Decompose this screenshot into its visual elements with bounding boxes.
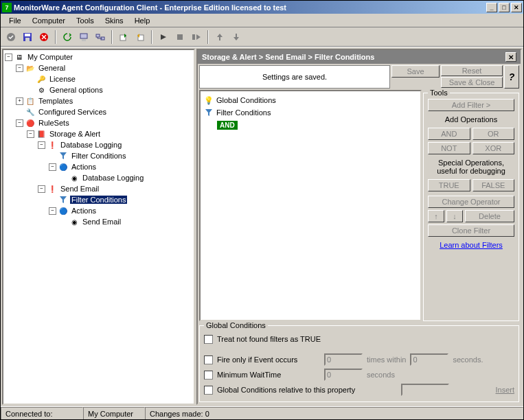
expand-icon[interactable]: − [16,65,23,72]
move-down-button[interactable]: ↓ [446,210,463,222]
minimize-button[interactable]: _ [486,3,497,12]
fire-only-checkbox[interactable] [204,355,213,364]
true-button[interactable]: TRUE [428,179,470,191]
menubar: File Computer Tools Skins Help [1,14,523,27]
help-button[interactable]: ? [504,65,519,89]
fire-only-label: Fire only if Event occurs [217,355,320,364]
tree-configured-services[interactable]: Configured Services [37,108,108,116]
menu-help[interactable]: Help [129,15,156,26]
restart-icon[interactable] [189,30,204,45]
ft-filter[interactable]: Filter Conditions [216,108,271,117]
clone-filter-button[interactable]: Clone Filter [428,224,514,237]
expand-icon[interactable]: − [38,141,45,149]
tree-actions[interactable]: Actions [70,207,98,215]
tree-general-options[interactable]: General options [48,86,104,94]
tree-general[interactable]: General [37,64,67,72]
statusbar: Connected to: My Computer Changes made: … [1,406,523,420]
change-operator-button[interactable]: Change Operator [428,196,514,208]
seconds2-label: seconds [367,371,395,379]
tree-filter-conditions[interactable]: Filter Conditions [70,152,127,160]
panel-close-button[interactable]: ✕ [505,52,516,62]
menu-tools[interactable]: Tools [71,15,100,26]
db-icon: ◉ [69,173,79,183]
insert-button[interactable]: Insert [495,386,514,394]
tree-database-logging[interactable]: Database Logging [59,141,123,149]
and-button[interactable]: AND [428,128,470,140]
network-icon[interactable] [93,30,108,45]
tree-rulesets[interactable]: RuleSets [37,119,71,127]
stop-icon[interactable] [172,30,187,45]
maximize-button[interactable]: □ [499,3,510,12]
false-button[interactable]: FALSE [472,179,515,191]
fire-count-input[interactable] [324,353,363,366]
tree-send-email[interactable]: Send Email [59,185,100,193]
and-badge[interactable]: AND [217,121,238,130]
expand-icon[interactable]: − [27,130,34,138]
bulb-icon: 💡 [203,95,214,106]
export-icon[interactable] [116,30,131,45]
reset-button[interactable]: Reset [441,65,503,76]
fire-seconds-input[interactable] [410,353,448,366]
save-close-button[interactable]: Save & Close [441,77,503,88]
delete-button[interactable]: Delete [465,210,514,222]
reload-icon[interactable] [60,30,75,45]
relative-label: Global Conditions relative to this prope… [217,386,355,394]
svg-rect-5 [80,34,87,38]
treat-true-label: Treat not found filters as TRUE [217,335,321,343]
treat-true-checkbox[interactable] [204,335,213,344]
menu-skins[interactable]: Skins [100,15,129,26]
global-conditions-box: Global Conditions Treat not found filter… [199,325,519,402]
or-button[interactable]: OR [472,128,515,140]
menu-computer[interactable]: Computer [27,15,71,26]
status-computer: My Computer [83,407,145,420]
expand-icon[interactable]: − [16,119,23,127]
svg-rect-12 [192,34,195,40]
relative-checkbox[interactable] [204,386,213,395]
move-up-button[interactable]: ↑ [428,210,444,222]
tree-panel[interactable]: −🖥My Computer −📂General 🔑License ⚙Genera… [2,49,195,405]
up-icon[interactable] [212,30,227,45]
tree-storage-alert[interactable]: Storage & Alert [48,130,102,138]
down-icon[interactable] [229,30,244,45]
menu-file[interactable]: File [3,15,27,26]
app-icon: 7 [2,3,12,12]
expand-icon[interactable]: − [38,185,45,193]
learn-link[interactable]: Learn about Filters [428,241,514,249]
titlebar: 7 MonitorWare Agent Configuration Client… [1,1,523,14]
not-button[interactable]: NOT [428,142,470,154]
save-icon[interactable] [20,30,35,45]
tree-filter-conditions-selected[interactable]: Filter Conditions [70,196,127,204]
expand-icon[interactable]: − [49,207,56,215]
tree-db-logging[interactable]: Database Logging [81,174,145,182]
seconds-label: seconds. [453,355,483,364]
ft-global[interactable]: Global Conditions [216,96,276,104]
filter-tree[interactable]: 💡Global Conditions Filter Conditions AND [199,90,422,321]
tree-license[interactable]: License [48,75,77,83]
svg-rect-3 [25,38,30,41]
key-icon: 🔑 [36,74,46,84]
tree-root[interactable]: My Computer [26,53,74,61]
xor-button[interactable]: XOR [472,142,515,154]
play-icon[interactable] [156,30,171,45]
min-wait-input[interactable] [324,369,363,381]
breadcrumb-text: Storage & Alert > Send Email > Filter Co… [202,53,374,61]
confirm-icon[interactable] [3,30,19,45]
min-wait-checkbox[interactable] [204,371,213,380]
import-icon[interactable] [133,30,148,45]
status-connected: Connected to: [1,407,83,420]
tree-send-email-action[interactable]: Send Email [81,218,122,226]
computer-icon[interactable] [76,30,91,45]
expand-icon[interactable]: + [16,97,23,105]
expand-icon[interactable]: − [49,163,56,171]
cancel-icon[interactable] [36,30,52,45]
breadcrumb: Storage & Alert > Send Email > Filter Co… [196,49,522,64]
tree-actions[interactable]: Actions [70,163,98,171]
expand-icon[interactable]: − [5,54,12,61]
save-button[interactable]: Save [391,65,440,78]
filter-icon [203,107,214,118]
rule-icon: ❗ [47,184,57,194]
close-button[interactable]: ✕ [511,3,522,12]
add-filter-button[interactable]: Add Filter > [428,99,514,111]
tree-templates[interactable]: Templates [37,97,74,105]
property-input[interactable] [401,384,449,396]
